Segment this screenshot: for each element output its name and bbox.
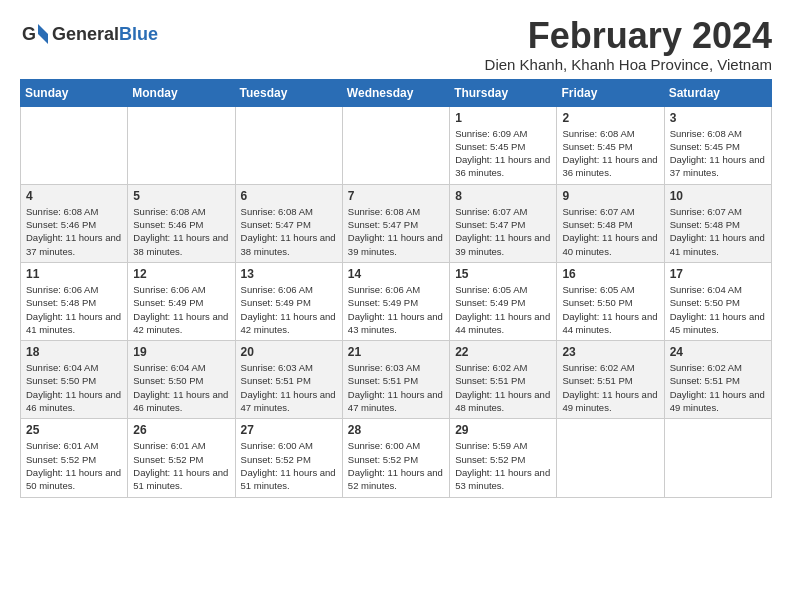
day-number: 23 — [562, 345, 658, 359]
calendar-cell: 28Sunrise: 6:00 AMSunset: 5:52 PMDayligh… — [342, 419, 449, 497]
day-info: Sunrise: 5:59 AMSunset: 5:52 PMDaylight:… — [455, 439, 551, 492]
day-number: 4 — [26, 189, 122, 203]
day-info: Sunrise: 6:06 AMSunset: 5:49 PMDaylight:… — [133, 283, 229, 336]
calendar-cell: 19Sunrise: 6:04 AMSunset: 5:50 PMDayligh… — [128, 341, 235, 419]
calendar-cell: 8Sunrise: 6:07 AMSunset: 5:47 PMDaylight… — [450, 184, 557, 262]
day-number: 22 — [455, 345, 551, 359]
day-info: Sunrise: 6:06 AMSunset: 5:48 PMDaylight:… — [26, 283, 122, 336]
calendar-cell: 23Sunrise: 6:02 AMSunset: 5:51 PMDayligh… — [557, 341, 664, 419]
day-info: Sunrise: 6:01 AMSunset: 5:52 PMDaylight:… — [26, 439, 122, 492]
calendar-cell: 5Sunrise: 6:08 AMSunset: 5:46 PMDaylight… — [128, 184, 235, 262]
svg-marker-1 — [38, 24, 48, 34]
svg-text:G: G — [22, 24, 36, 44]
logo: G GeneralBlue — [20, 20, 158, 48]
calendar-cell — [235, 106, 342, 184]
day-number: 25 — [26, 423, 122, 437]
calendar-cell: 18Sunrise: 6:04 AMSunset: 5:50 PMDayligh… — [21, 341, 128, 419]
day-number: 1 — [455, 111, 551, 125]
day-info: Sunrise: 6:00 AMSunset: 5:52 PMDaylight:… — [241, 439, 337, 492]
calendar-cell: 22Sunrise: 6:02 AMSunset: 5:51 PMDayligh… — [450, 341, 557, 419]
day-info: Sunrise: 6:04 AMSunset: 5:50 PMDaylight:… — [26, 361, 122, 414]
day-number: 20 — [241, 345, 337, 359]
day-info: Sunrise: 6:09 AMSunset: 5:45 PMDaylight:… — [455, 127, 551, 180]
calendar-cell: 24Sunrise: 6:02 AMSunset: 5:51 PMDayligh… — [664, 341, 771, 419]
day-info: Sunrise: 6:06 AMSunset: 5:49 PMDaylight:… — [241, 283, 337, 336]
day-number: 12 — [133, 267, 229, 281]
calendar-cell: 15Sunrise: 6:05 AMSunset: 5:49 PMDayligh… — [450, 262, 557, 340]
calendar-cell: 29Sunrise: 5:59 AMSunset: 5:52 PMDayligh… — [450, 419, 557, 497]
day-header-friday: Friday — [557, 79, 664, 106]
day-number: 2 — [562, 111, 658, 125]
day-info: Sunrise: 6:08 AMSunset: 5:47 PMDaylight:… — [348, 205, 444, 258]
calendar-table: SundayMondayTuesdayWednesdayThursdayFrid… — [20, 79, 772, 498]
calendar-cell: 13Sunrise: 6:06 AMSunset: 5:49 PMDayligh… — [235, 262, 342, 340]
day-info: Sunrise: 6:08 AMSunset: 5:45 PMDaylight:… — [562, 127, 658, 180]
calendar-cell: 7Sunrise: 6:08 AMSunset: 5:47 PMDaylight… — [342, 184, 449, 262]
calendar-cell: 11Sunrise: 6:06 AMSunset: 5:48 PMDayligh… — [21, 262, 128, 340]
day-number: 19 — [133, 345, 229, 359]
logo-icon: G — [20, 20, 48, 48]
day-number: 15 — [455, 267, 551, 281]
day-number: 8 — [455, 189, 551, 203]
day-number: 5 — [133, 189, 229, 203]
logo-text-blue: Blue — [119, 24, 158, 44]
calendar-cell: 12Sunrise: 6:06 AMSunset: 5:49 PMDayligh… — [128, 262, 235, 340]
calendar-cell — [664, 419, 771, 497]
calendar-cell: 20Sunrise: 6:03 AMSunset: 5:51 PMDayligh… — [235, 341, 342, 419]
calendar-cell: 21Sunrise: 6:03 AMSunset: 5:51 PMDayligh… — [342, 341, 449, 419]
calendar-cell: 27Sunrise: 6:00 AMSunset: 5:52 PMDayligh… — [235, 419, 342, 497]
day-info: Sunrise: 6:02 AMSunset: 5:51 PMDaylight:… — [455, 361, 551, 414]
day-info: Sunrise: 6:02 AMSunset: 5:51 PMDaylight:… — [562, 361, 658, 414]
calendar-cell: 1Sunrise: 6:09 AMSunset: 5:45 PMDaylight… — [450, 106, 557, 184]
calendar-cell: 14Sunrise: 6:06 AMSunset: 5:49 PMDayligh… — [342, 262, 449, 340]
logo-text-general: General — [52, 24, 119, 44]
location-subtitle: Dien Khanh, Khanh Hoa Province, Vietnam — [485, 56, 772, 73]
day-info: Sunrise: 6:01 AMSunset: 5:52 PMDaylight:… — [133, 439, 229, 492]
day-number: 14 — [348, 267, 444, 281]
day-number: 10 — [670, 189, 766, 203]
day-info: Sunrise: 6:05 AMSunset: 5:50 PMDaylight:… — [562, 283, 658, 336]
calendar-cell: 26Sunrise: 6:01 AMSunset: 5:52 PMDayligh… — [128, 419, 235, 497]
day-info: Sunrise: 6:07 AMSunset: 5:48 PMDaylight:… — [562, 205, 658, 258]
calendar-cell: 2Sunrise: 6:08 AMSunset: 5:45 PMDaylight… — [557, 106, 664, 184]
calendar-cell: 3Sunrise: 6:08 AMSunset: 5:45 PMDaylight… — [664, 106, 771, 184]
calendar-cell: 4Sunrise: 6:08 AMSunset: 5:46 PMDaylight… — [21, 184, 128, 262]
svg-marker-2 — [38, 34, 48, 44]
calendar-cell — [557, 419, 664, 497]
day-info: Sunrise: 6:08 AMSunset: 5:45 PMDaylight:… — [670, 127, 766, 180]
calendar-cell: 16Sunrise: 6:05 AMSunset: 5:50 PMDayligh… — [557, 262, 664, 340]
day-number: 21 — [348, 345, 444, 359]
calendar-cell — [21, 106, 128, 184]
day-header-saturday: Saturday — [664, 79, 771, 106]
day-info: Sunrise: 6:07 AMSunset: 5:47 PMDaylight:… — [455, 205, 551, 258]
calendar-cell: 25Sunrise: 6:01 AMSunset: 5:52 PMDayligh… — [21, 419, 128, 497]
day-info: Sunrise: 6:07 AMSunset: 5:48 PMDaylight:… — [670, 205, 766, 258]
day-info: Sunrise: 6:03 AMSunset: 5:51 PMDaylight:… — [241, 361, 337, 414]
day-number: 7 — [348, 189, 444, 203]
calendar-cell: 17Sunrise: 6:04 AMSunset: 5:50 PMDayligh… — [664, 262, 771, 340]
day-info: Sunrise: 6:04 AMSunset: 5:50 PMDaylight:… — [133, 361, 229, 414]
day-number: 3 — [670, 111, 766, 125]
day-info: Sunrise: 6:00 AMSunset: 5:52 PMDaylight:… — [348, 439, 444, 492]
day-number: 17 — [670, 267, 766, 281]
day-info: Sunrise: 6:08 AMSunset: 5:46 PMDaylight:… — [133, 205, 229, 258]
day-info: Sunrise: 6:02 AMSunset: 5:51 PMDaylight:… — [670, 361, 766, 414]
day-number: 27 — [241, 423, 337, 437]
day-header-sunday: Sunday — [21, 79, 128, 106]
day-header-thursday: Thursday — [450, 79, 557, 106]
day-number: 29 — [455, 423, 551, 437]
day-info: Sunrise: 6:08 AMSunset: 5:47 PMDaylight:… — [241, 205, 337, 258]
day-info: Sunrise: 6:08 AMSunset: 5:46 PMDaylight:… — [26, 205, 122, 258]
calendar-cell: 10Sunrise: 6:07 AMSunset: 5:48 PMDayligh… — [664, 184, 771, 262]
day-number: 11 — [26, 267, 122, 281]
title-area: February 2024 Dien Khanh, Khanh Hoa Prov… — [485, 16, 772, 73]
calendar-cell: 9Sunrise: 6:07 AMSunset: 5:48 PMDaylight… — [557, 184, 664, 262]
calendar-cell: 6Sunrise: 6:08 AMSunset: 5:47 PMDaylight… — [235, 184, 342, 262]
day-info: Sunrise: 6:05 AMSunset: 5:49 PMDaylight:… — [455, 283, 551, 336]
day-number: 24 — [670, 345, 766, 359]
day-info: Sunrise: 6:06 AMSunset: 5:49 PMDaylight:… — [348, 283, 444, 336]
calendar-cell — [342, 106, 449, 184]
day-number: 13 — [241, 267, 337, 281]
day-header-tuesday: Tuesday — [235, 79, 342, 106]
day-number: 9 — [562, 189, 658, 203]
